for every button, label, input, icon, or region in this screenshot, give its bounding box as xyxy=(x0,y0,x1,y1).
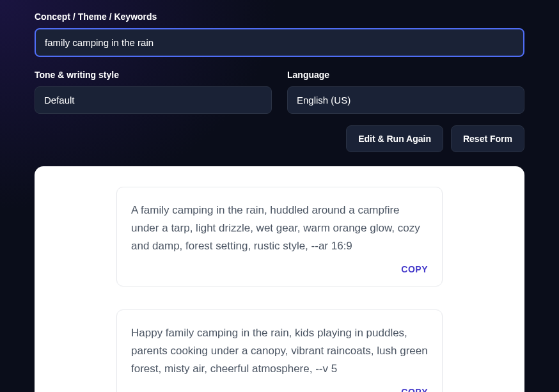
language-label: Language xyxy=(287,70,524,80)
copy-button[interactable]: COPY xyxy=(131,264,428,274)
form-row: Tone & writing style Default Language En… xyxy=(35,70,524,114)
language-column: Language English (US) xyxy=(287,70,524,114)
edit-run-button[interactable]: Edit & Run Again xyxy=(346,125,443,152)
tone-value: Default xyxy=(44,95,75,106)
result-card: Happy family camping in the rain, kids p… xyxy=(116,310,443,392)
language-value: English (US) xyxy=(297,95,350,106)
result-text: A family camping in the rain, huddled ar… xyxy=(131,201,428,255)
results-panel: A family camping in the rain, huddled ar… xyxy=(35,166,524,392)
language-select[interactable]: English (US) xyxy=(287,86,524,114)
button-row: Edit & Run Again Reset Form xyxy=(35,125,524,152)
concept-input[interactable] xyxy=(35,28,524,57)
tone-column: Tone & writing style Default xyxy=(35,70,272,114)
concept-label: Concept / Theme / Keywords xyxy=(35,12,524,22)
copy-button[interactable]: COPY xyxy=(131,387,428,392)
result-card: A family camping in the rain, huddled ar… xyxy=(116,187,443,286)
tone-label: Tone & writing style xyxy=(35,70,272,80)
reset-form-button[interactable]: Reset Form xyxy=(451,125,524,152)
main-container: Concept / Theme / Keywords Tone & writin… xyxy=(0,0,559,392)
result-text: Happy family camping in the rain, kids p… xyxy=(131,324,428,378)
tone-select[interactable]: Default xyxy=(35,86,272,114)
